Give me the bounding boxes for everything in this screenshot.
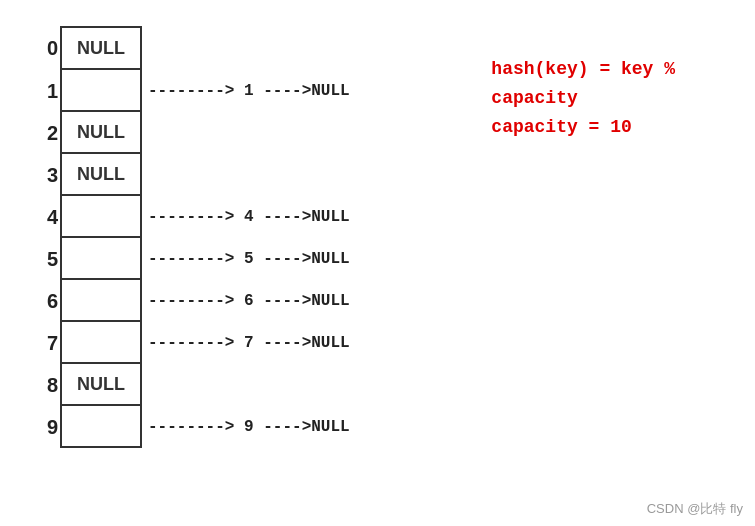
bucket-cell: NULL: [60, 110, 142, 154]
table-row: 3NULL: [38, 154, 350, 196]
table-row: 4--------> 4 ---->NULL: [38, 196, 350, 238]
bucket-cell: [60, 404, 142, 448]
row-index: 1: [38, 80, 58, 103]
table-row: 9--------> 9 ---->NULL: [38, 406, 350, 448]
bucket-cell: [60, 320, 142, 364]
table-row: 6--------> 6 ---->NULL: [38, 280, 350, 322]
row-index: 7: [38, 332, 58, 355]
chain-content: --------> 9 ---->NULL: [148, 418, 350, 436]
table-row: 5--------> 5 ---->NULL: [38, 238, 350, 280]
row-index: 0: [38, 37, 58, 60]
chain-content: --------> 6 ---->NULL: [148, 292, 350, 310]
bucket-cell: NULL: [60, 152, 142, 196]
table-row: 8NULL: [38, 364, 350, 406]
bucket-cell: [60, 236, 142, 280]
row-index: 6: [38, 290, 58, 313]
row-index: 9: [38, 416, 58, 439]
row-index: 2: [38, 122, 58, 145]
chain-content: --------> 7 ---->NULL: [148, 334, 350, 352]
watermark: CSDN @比特 fly: [647, 500, 743, 518]
row-index: 8: [38, 374, 58, 397]
bucket-cell: [60, 194, 142, 238]
table-row: 7--------> 7 ---->NULL: [38, 322, 350, 364]
formula-line2: capacity: [491, 84, 675, 113]
row-index: 5: [38, 248, 58, 271]
table-row: 1--------> 1 ---->NULL: [38, 70, 350, 112]
table-row: 2NULL: [38, 112, 350, 154]
row-index: 4: [38, 206, 58, 229]
bucket-cell: NULL: [60, 26, 142, 70]
bucket-cell: [60, 278, 142, 322]
formula-line3: capacity = 10: [491, 113, 675, 142]
table-row: 0NULL: [38, 26, 350, 70]
formula-box: hash(key) = key % capacity capacity = 10: [491, 55, 675, 141]
chain-content: --------> 4 ---->NULL: [148, 208, 350, 226]
bucket-cell: [60, 68, 142, 112]
row-index: 3: [38, 164, 58, 187]
formula-line1: hash(key) = key %: [491, 55, 675, 84]
chain-content: --------> 5 ---->NULL: [148, 250, 350, 268]
bucket-cell: NULL: [60, 362, 142, 406]
chain-content: --------> 1 ---->NULL: [148, 82, 350, 100]
